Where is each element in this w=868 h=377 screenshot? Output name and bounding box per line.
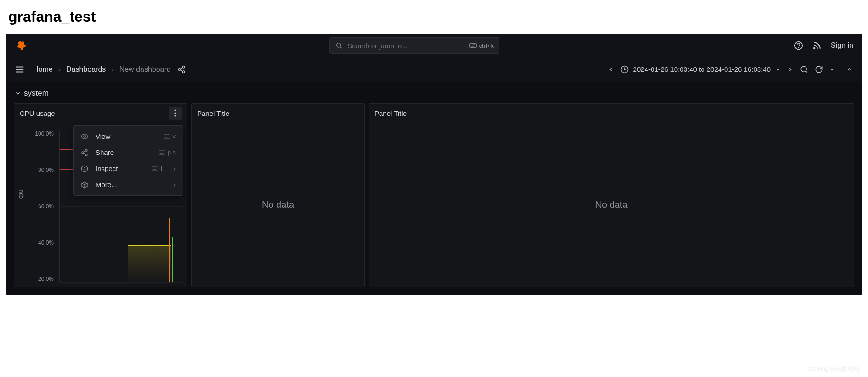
keyboard-icon [469, 43, 477, 48]
svg-point-26 [174, 115, 176, 116]
menu-shortcut: p s [159, 149, 176, 156]
panel-title: CPU usage [20, 109, 55, 117]
menu-label: Share [96, 149, 152, 156]
search-input[interactable] [347, 42, 465, 50]
clock-icon [620, 65, 629, 74]
panel-cpu-usage: CPU usage cpu 100.0% 80.0% 60.0% 40.0% 2… [14, 103, 187, 287]
info-icon [81, 165, 89, 172]
menu-item-inspect[interactable]: Inspect i › [74, 160, 183, 177]
row-title: system [24, 89, 49, 98]
eye-icon [81, 133, 89, 140]
menu-item-view[interactable]: View v [74, 128, 183, 144]
chevron-down-icon [775, 67, 781, 72]
keyboard-icon [164, 134, 170, 139]
keyboard-icon [152, 166, 158, 171]
time-forward-icon[interactable] [787, 66, 794, 73]
grafana-app: ctrl+k Sign in Home › Dashboards › New d… [6, 34, 862, 295]
page-heading: grafana_test [0, 0, 868, 34]
svg-point-24 [174, 109, 176, 111]
dashboard-content: system CPU usage cpu 100.0% 80.0% [6, 81, 862, 295]
search-icon [335, 42, 343, 49]
svg-point-16 [178, 68, 181, 70]
svg-point-30 [85, 149, 87, 151]
rss-icon[interactable] [812, 41, 822, 50]
y-tick: 20.0% [32, 276, 54, 282]
panel-header: Panel Title [369, 104, 854, 122]
no-data-text: No data [262, 200, 294, 210]
chevron-right-icon: › [58, 65, 61, 74]
y-tick: 100.0% [32, 131, 54, 137]
y-axis-ticks: 100.0% 80.0% 60.0% 40.0% 20.0% [34, 131, 57, 282]
chevron-right-icon: › [173, 181, 176, 188]
share-icon [81, 149, 89, 156]
svg-point-10 [799, 48, 799, 48]
svg-point-25 [174, 112, 176, 114]
chevron-right-icon: › [173, 165, 176, 172]
panel-title-1: Panel Title No data [191, 103, 365, 287]
menu-shortcut: v [164, 133, 176, 140]
panel-header: CPU usage [14, 104, 187, 122]
svg-point-1 [337, 43, 341, 47]
panel-body: No data [369, 122, 854, 287]
svg-rect-35 [159, 150, 165, 154]
panels-container: CPU usage cpu 100.0% 80.0% 60.0% 40.0% 2… [14, 103, 854, 287]
cube-icon [81, 181, 89, 188]
svg-line-19 [180, 70, 182, 71]
spike [169, 218, 170, 282]
time-range-picker[interactable]: 2024-01-26 10:03:40 to 2024-01-26 16:03:… [620, 65, 781, 74]
topbar: ctrl+k Sign in [6, 34, 862, 57]
grafana-logo-icon[interactable] [15, 39, 28, 52]
menu-item-share[interactable]: Share p s [74, 144, 183, 160]
svg-point-15 [182, 66, 185, 68]
share-icon[interactable] [177, 65, 186, 74]
panel-title-2: Panel Title No data [369, 103, 854, 287]
svg-rect-3 [469, 43, 476, 47]
row-toggle[interactable]: system [14, 89, 854, 98]
panel-header: Panel Title [192, 104, 364, 122]
svg-point-11 [814, 48, 815, 49]
refresh-icon[interactable] [815, 65, 823, 74]
no-data-text: No data [595, 200, 627, 210]
time-back-icon[interactable] [607, 66, 614, 73]
menu-item-more[interactable]: More... › [74, 177, 183, 193]
menu-label: More... [96, 181, 167, 188]
zoom-out-icon[interactable] [800, 65, 808, 74]
sign-in-link[interactable]: Sign in [831, 41, 853, 50]
search-shortcut-hint: ctrl+k [469, 42, 494, 49]
panel-context-menu: View v Share p s [73, 125, 183, 196]
hamburger-icon[interactable] [15, 64, 25, 74]
svg-point-31 [82, 152, 84, 154]
y-tick: 60.0% [32, 203, 54, 210]
svg-line-22 [806, 71, 807, 72]
svg-rect-40 [152, 166, 158, 170]
chevron-down-icon [15, 90, 21, 97]
y-tick: 80.0% [32, 167, 54, 173]
svg-point-32 [85, 154, 87, 155]
collapse-up-icon[interactable] [846, 66, 853, 73]
breadcrumb-dashboards[interactable]: Dashboards [66, 65, 106, 74]
time-range-text: 2024-01-26 10:03:40 to 2024-01-26 16:03:… [633, 65, 771, 73]
topbar-right: Sign in [794, 41, 853, 50]
svg-line-34 [84, 153, 86, 154]
cpu-series [128, 245, 171, 283]
svg-point-39 [85, 167, 85, 168]
svg-point-27 [84, 136, 85, 137]
help-icon[interactable] [794, 41, 803, 50]
breadcrumb-home[interactable]: Home [33, 65, 53, 74]
panel-menu-button[interactable] [169, 107, 182, 120]
panel-body: No data [192, 122, 364, 287]
search-box[interactable]: ctrl+k [329, 37, 499, 54]
y-tick: 40.0% [32, 240, 54, 246]
search-container: ctrl+k [329, 37, 499, 54]
svg-line-18 [180, 67, 182, 69]
keyboard-icon [159, 150, 165, 155]
shortcut-text: ctrl+k [479, 42, 494, 49]
subbar: Home › Dashboards › New dashboard 2024-0… [6, 57, 862, 81]
panel-title: Panel Title [374, 109, 407, 117]
breadcrumb: Home › Dashboards › New dashboard [33, 65, 171, 74]
refresh-dropdown-icon[interactable] [829, 67, 835, 72]
menu-label: Inspect [96, 165, 145, 172]
svg-rect-28 [164, 134, 170, 138]
menu-label: View [96, 132, 157, 140]
time-controls: 2024-01-26 10:03:40 to 2024-01-26 16:03:… [607, 65, 853, 74]
